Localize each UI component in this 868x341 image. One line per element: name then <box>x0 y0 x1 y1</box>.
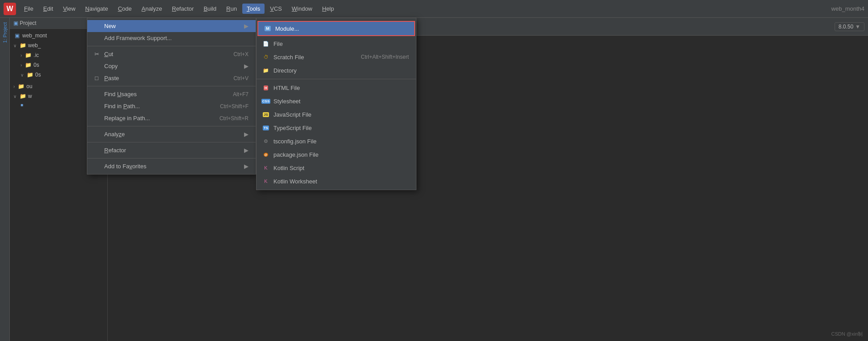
submenu-kotlin-worksheet-label: Kotlin Worksheet <box>273 178 409 185</box>
submenu-file[interactable]: 📄 File <box>257 37 416 50</box>
collapse-chevron-ic: › <box>20 53 22 58</box>
menu-copy-label: Copy <box>104 63 237 69</box>
submenu-kotlin-worksheet[interactable]: K Kotlin Worksheet <box>257 175 416 188</box>
expand-chevron: ∨ <box>13 43 16 48</box>
menu-find-path[interactable]: Find in Path... Ctrl+Shift+F <box>87 100 256 112</box>
submenu-html[interactable]: H HTML File <box>257 81 416 94</box>
menu-code[interactable]: Code <box>114 4 136 14</box>
project-icon: ▣ <box>13 20 18 26</box>
watermark: CSDN @xin制 <box>831 331 863 337</box>
analyze-arrow-icon: ▶ <box>244 131 249 138</box>
version-label: 8.0.50 <box>839 24 853 30</box>
scratch-shortcut: Ctrl+Alt+Shift+Insert <box>361 54 409 60</box>
menu-cut-label: Cut <box>104 51 230 57</box>
css-icon: CSS <box>262 97 270 105</box>
menu-run[interactable]: Run <box>222 4 241 14</box>
project-sidebar-label[interactable]: 1: Project <box>2 22 8 43</box>
menu-refactor[interactable]: Refactor ▶ <box>87 144 256 156</box>
menu-find-usages-label: Find Usages <box>104 91 229 97</box>
submenu-packagejson[interactable]: @ package.json File <box>257 148 416 161</box>
menu-refactor[interactable]: Refactor <box>167 4 198 14</box>
ts-icon: TS <box>262 124 270 132</box>
sub-item-icon: ■ <box>20 102 23 107</box>
menu-cut[interactable]: ✂ Cut Ctrl+X <box>87 48 256 60</box>
scratch-icon: ⏱ <box>262 53 270 61</box>
submenu-ts-label: TypeScript File <box>273 125 409 131</box>
menu-favorites[interactable]: Add to Favorites ▶ <box>87 160 256 172</box>
directory-icon: 📁 <box>262 66 270 74</box>
menu-view[interactable]: View <box>58 4 80 14</box>
favorites-arrow-icon: ▶ <box>244 163 249 170</box>
menu-vcs[interactable]: VCS <box>265 4 286 14</box>
submenu-js-label: JavaScript File <box>273 111 409 118</box>
tree-web-label: web_ <box>28 42 41 49</box>
menu-navigate[interactable]: Navigate <box>81 4 112 14</box>
pkg-icon: @ <box>262 150 270 158</box>
menu-replace-path-label: Replace in Path... <box>104 115 216 122</box>
submenu-kotlin-script[interactable]: K Kotlin Script <box>257 161 416 175</box>
menu-find-usages[interactable]: Find Usages Alt+F7 <box>87 88 256 100</box>
menu-help[interactable]: Help <box>318 4 338 14</box>
0s-folder-icon2: 📁 <box>26 71 33 78</box>
0s-folder-icon1: 📁 <box>24 61 32 69</box>
menu-add-framework-label: Add Framework Support... <box>104 35 249 41</box>
tree-w-label: w <box>28 93 32 99</box>
submenu-module[interactable]: M Module... <box>257 21 415 36</box>
expand-chevron-w: ∨ <box>13 94 16 99</box>
js-icon: JS <box>262 110 270 118</box>
separator-3 <box>87 126 256 126</box>
kotlin-worksheet-icon: K <box>262 177 270 185</box>
tsconfig-icon: ⚙ <box>262 137 270 145</box>
expand-chevron-0s2: ∨ <box>20 73 24 77</box>
submenu-tsconfig[interactable]: ⚙ tsconfig.json File <box>257 134 416 148</box>
menu-edit[interactable]: Edit <box>39 4 57 14</box>
refactor-arrow-icon: ▶ <box>244 147 249 154</box>
kotlin-script-icon: K <box>262 164 270 172</box>
menu-analyze-label: Analyze <box>104 131 237 138</box>
separator-4 <box>87 142 256 142</box>
menu-replace-path[interactable]: Replace in Path... Ctrl+Shift+R <box>87 112 256 124</box>
submenu-module-label: Module... <box>275 25 407 32</box>
new-arrow-icon: ▶ <box>244 23 249 29</box>
submenu-scratch-label: Scratch File <box>273 54 357 61</box>
menu-bar: W File Edit View Navigate Code Analyze R… <box>0 0 868 18</box>
menu-tools[interactable]: Tools <box>242 4 265 14</box>
submenu-scratch-file[interactable]: ⏱ Scratch File Ctrl+Alt+Shift+Insert <box>257 50 416 64</box>
separator-2 <box>87 86 256 86</box>
menu-analyze[interactable]: Analyze ▶ <box>87 128 256 140</box>
submenu-tsconfig-label: tsconfig.json File <box>273 138 409 145</box>
version-badge[interactable]: 8.0.50 ▼ <box>835 22 864 31</box>
submenu-file-label: File <box>273 41 409 47</box>
separator-5 <box>87 158 256 158</box>
menu-paste[interactable]: □ Paste Ctrl+V <box>87 72 256 84</box>
collapse-chevron-ou: › <box>13 84 15 89</box>
menu-favorites-label: Add to Favorites <box>104 163 237 170</box>
tree-ic-label: .ic <box>33 52 39 58</box>
menu-analyze[interactable]: Analyze <box>137 4 167 14</box>
app-logo: W <box>4 3 16 15</box>
submenu-stylesheet-label: Stylesheet <box>273 98 409 105</box>
submenu-js[interactable]: JS JavaScript File <box>257 108 416 121</box>
ic-folder-icon: 📁 <box>24 52 32 59</box>
submenu-directory-label: Directory <box>273 67 409 74</box>
menu-add-framework[interactable]: Add Framework Support... <box>87 32 256 44</box>
scissors-icon: ✂ <box>93 51 101 57</box>
replace-path-shortcut: Ctrl+Shift+R <box>220 115 249 122</box>
context-menu: New ▶ Add Framework Support... ✂ Cut Ctr… <box>87 18 256 175</box>
menu-file[interactable]: File <box>20 4 38 14</box>
copy-arrow-icon: ▶ <box>244 63 249 69</box>
menu-copy[interactable]: Copy ▶ <box>87 60 256 72</box>
submenu-packagejson-label: package.json File <box>273 151 409 158</box>
submenu-separator-1 <box>257 79 416 79</box>
submenu-stylesheet[interactable]: CSS Stylesheet <box>257 94 416 108</box>
menu-new[interactable]: New ▶ <box>87 20 256 32</box>
tree-ou-label: ou <box>26 83 32 89</box>
submenu-ts[interactable]: TS TypeScript File <box>257 121 416 134</box>
submenu-html-label: HTML File <box>273 85 409 91</box>
paste-icon: □ <box>93 75 101 81</box>
menu-build[interactable]: Build <box>199 4 221 14</box>
html-icon: H <box>262 84 270 92</box>
submenu-directory[interactable]: 📁 Directory <box>257 64 416 77</box>
find-usages-shortcut: Alt+F7 <box>233 91 249 97</box>
menu-window[interactable]: Window <box>287 4 317 14</box>
